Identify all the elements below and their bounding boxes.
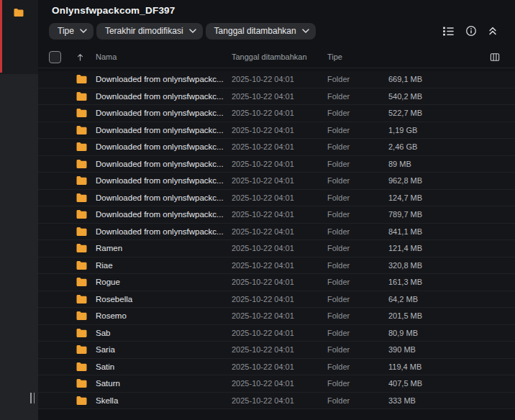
file-added-date: 2025-10-22 04:01 xyxy=(232,176,327,185)
folder-icon xyxy=(76,193,88,203)
table-row[interactable]: Downloaded from onlynsfwpackc...2025-10-… xyxy=(38,139,515,156)
file-name: Ramen xyxy=(96,244,232,252)
table-row[interactable]: Sab2025-10-22 04:01Folder80,9 MB xyxy=(38,325,515,342)
table-row[interactable]: Ramen2025-10-22 04:01Folder121,4 MB xyxy=(38,240,515,257)
titlebar: Onlynsfwpackcom_DF397 xyxy=(38,0,515,20)
filter-chip-label: Tanggal ditambahkan xyxy=(214,26,296,36)
file-size: 407,5 MB xyxy=(388,379,515,388)
file-added-date: 2025-10-22 04:01 xyxy=(232,362,327,371)
file-size: 161,3 MB xyxy=(388,278,515,286)
file-type: Folder xyxy=(327,160,388,168)
table-row[interactable]: Downloaded from onlynsfwpackc...2025-10-… xyxy=(38,224,515,241)
folder-icon xyxy=(76,311,88,321)
file-size: 333 MB xyxy=(388,396,515,405)
file-name: Downloaded from onlynsfwpackc... xyxy=(96,142,232,151)
table-row[interactable]: Rosemo2025-10-22 04:01Folder201,5 MB xyxy=(38,308,515,325)
table-row[interactable]: Downloaded from onlynsfwpackc...2025-10-… xyxy=(38,190,515,207)
select-all-checkbox[interactable] xyxy=(49,51,61,63)
app-window: Onlynsfwpackcom_DF397 Tipe Terakhir dimo… xyxy=(0,0,515,420)
collapse-icon[interactable] xyxy=(488,26,498,36)
filter-chip-label: Tipe xyxy=(58,26,74,36)
file-size: 2,46 GB xyxy=(388,142,515,151)
file-size: 320,8 MB xyxy=(388,261,515,270)
file-name: Downloaded from onlynsfwpackc... xyxy=(96,227,232,236)
folder-icon xyxy=(76,378,88,388)
file-type: Folder xyxy=(327,210,388,219)
file-added-date: 2025-10-22 04:01 xyxy=(232,311,327,320)
file-added-date: 2025-10-22 04:01 xyxy=(232,345,327,354)
file-name: Rosebella xyxy=(96,295,232,303)
table-row[interactable]: Skella2025-10-22 04:01Folder333 MB xyxy=(38,393,515,410)
folder-icon xyxy=(76,91,88,101)
table-row[interactable]: Downloaded from onlynsfwpackc...2025-10-… xyxy=(38,71,515,88)
folder-icon xyxy=(76,243,88,253)
folder-icon xyxy=(76,294,88,304)
table-row[interactable]: Saria2025-10-22 04:01Folder390 MB xyxy=(38,342,515,359)
file-name: Saturn xyxy=(96,379,232,388)
file-name: Downloaded from onlynsfwpackc... xyxy=(96,126,232,134)
file-added-date: 2025-10-22 04:01 xyxy=(232,278,327,286)
file-added-date: 2025-10-22 04:01 xyxy=(232,75,327,83)
filter-chip-label: Terakhir dimodifikasi xyxy=(105,26,183,36)
sidebar-item-active-folder[interactable] xyxy=(0,0,38,74)
file-type: Folder xyxy=(327,176,388,185)
file-added-date: 2025-10-22 04:01 xyxy=(232,92,327,101)
file-size: 1,19 GB xyxy=(388,126,515,134)
chevron-down-icon xyxy=(302,29,309,33)
chevron-down-icon xyxy=(189,29,196,33)
table-header: Nama Tanggal ditambahkan Tipe xyxy=(38,46,515,68)
columns-icon[interactable] xyxy=(490,52,515,62)
file-name: Satin xyxy=(96,362,232,371)
table-row[interactable]: Saturn2025-10-22 04:01Folder407,5 MB xyxy=(38,375,515,393)
filter-chip-date-added[interactable]: Tanggal ditambahkan xyxy=(206,23,316,40)
file-type: Folder xyxy=(327,278,388,286)
table-row[interactable]: Downloaded from onlynsfwpackc...2025-10-… xyxy=(38,88,515,106)
file-type: Folder xyxy=(327,92,388,101)
folder-icon xyxy=(76,227,88,237)
table-row[interactable]: Downloaded from onlynsfwpackc...2025-10-… xyxy=(38,122,515,140)
file-size: 540,2 MB xyxy=(388,92,515,101)
table-row[interactable]: Rogue2025-10-22 04:01Folder161,3 MB xyxy=(38,274,515,291)
table-row[interactable]: Rosebella2025-10-22 04:01Folder64,2 MB xyxy=(38,291,515,309)
file-name: Downloaded from onlynsfwpackc... xyxy=(96,109,232,117)
sidebar xyxy=(0,0,38,420)
table-row[interactable]: Downloaded from onlynsfwpackc...2025-10-… xyxy=(38,206,515,224)
folder-icon xyxy=(76,362,88,372)
file-name: Saria xyxy=(96,345,232,354)
main-panel: Onlynsfwpackcom_DF397 Tipe Terakhir dimo… xyxy=(38,0,515,420)
sort-ascending-icon[interactable] xyxy=(76,52,96,62)
table-row[interactable]: Satin2025-10-22 04:01Folder119,4 MB xyxy=(38,359,515,376)
file-size: 789,7 MB xyxy=(388,210,515,219)
file-type: Folder xyxy=(327,142,388,151)
file-size: 80,9 MB xyxy=(388,329,515,337)
info-icon[interactable] xyxy=(465,25,477,37)
file-type: Folder xyxy=(327,396,388,405)
file-name: Downloaded from onlynsfwpackc... xyxy=(96,92,232,101)
file-added-date: 2025-10-22 04:01 xyxy=(232,126,327,134)
filter-chip-type[interactable]: Tipe xyxy=(49,23,94,40)
file-size: 124,7 MB xyxy=(388,193,515,202)
list-view-icon[interactable] xyxy=(442,26,455,37)
file-size: 121,4 MB xyxy=(388,244,515,252)
file-type: Folder xyxy=(327,193,388,202)
file-name: Rogue xyxy=(96,278,232,286)
file-type: Folder xyxy=(327,362,388,371)
filter-chip-last-modified[interactable]: Terakhir dimodifikasi xyxy=(96,23,203,40)
file-size: 962,8 MB xyxy=(388,176,515,185)
file-size: 522,7 MB xyxy=(388,109,515,117)
file-type: Folder xyxy=(327,329,388,337)
table-row[interactable]: Downloaded from onlynsfwpackc...2025-10-… xyxy=(38,173,515,190)
table-row[interactable]: Downloaded from onlynsfwpackc...2025-10-… xyxy=(38,105,515,122)
folder-icon xyxy=(76,142,88,152)
file-type: Folder xyxy=(327,311,388,320)
table-row[interactable]: Riae2025-10-22 04:01Folder320,8 MB xyxy=(38,257,515,275)
column-header-name[interactable]: Nama xyxy=(96,52,232,61)
file-name: Downloaded from onlynsfwpackc... xyxy=(96,193,232,202)
sidebar-resize-handle[interactable] xyxy=(30,393,36,403)
file-added-date: 2025-10-22 04:01 xyxy=(232,193,327,202)
column-header-type[interactable]: Tipe xyxy=(327,52,388,61)
table-row[interactable]: Downloaded from onlynsfwpackc...2025-10-… xyxy=(38,156,515,173)
folder-icon xyxy=(76,396,88,406)
file-type: Folder xyxy=(327,227,388,236)
column-header-date-added[interactable]: Tanggal ditambahkan xyxy=(232,52,327,61)
